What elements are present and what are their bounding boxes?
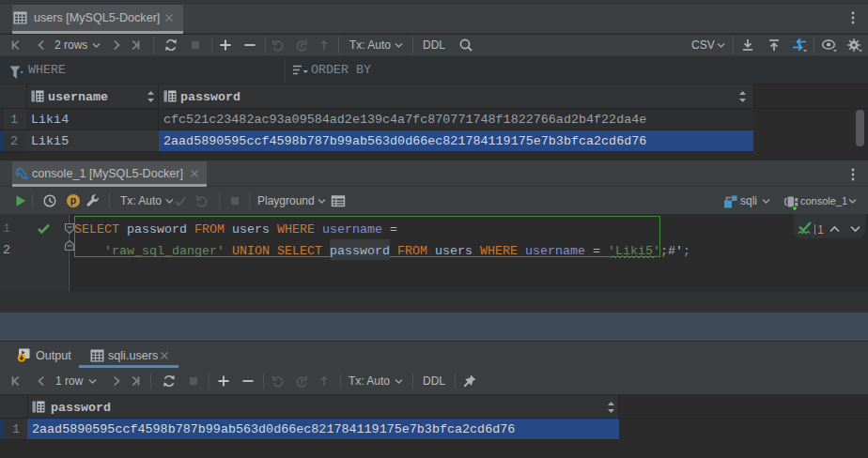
svg-text:p: p [70,194,76,206]
